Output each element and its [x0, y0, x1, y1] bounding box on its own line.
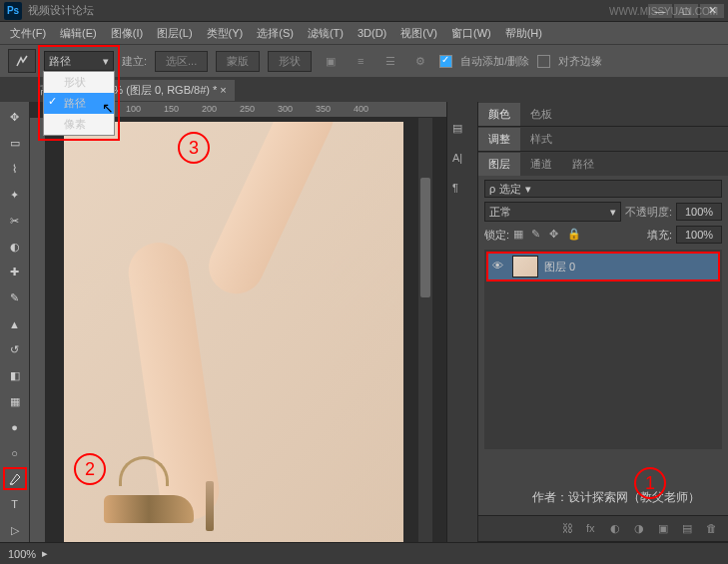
path-mode-dropdown-list: 形状 ✓路径 像素 ↖ [43, 71, 115, 136]
collapsed-panels: ▤ A| ¶ [446, 102, 478, 542]
menu-file[interactable]: 文件(F) [4, 24, 52, 43]
make-selection-button[interactable]: 选区... [155, 51, 208, 72]
link-layers-icon[interactable]: ⛓ [562, 522, 576, 536]
dropdown-item-path[interactable]: ✓路径 [44, 93, 114, 114]
group-icon[interactable]: ▣ [658, 522, 672, 536]
menu-window[interactable]: 窗口(W) [445, 24, 497, 43]
crop-tool[interactable]: ✂ [3, 209, 27, 233]
lock-all-icon[interactable]: 🔒 [567, 228, 581, 242]
annotation-1: 1 [634, 467, 666, 499]
para-icon[interactable]: ¶ [452, 182, 472, 198]
gradient-tool[interactable]: ▦ [3, 389, 27, 413]
delete-layer-icon[interactable]: 🗑 [706, 522, 720, 536]
blend-mode-select[interactable]: 正常▾ [484, 202, 621, 222]
status-bar: 100% ▸ [0, 542, 728, 564]
tab-channels[interactable]: 通道 [520, 153, 562, 176]
path-select-tool[interactable]: ▷ [3, 518, 27, 542]
menu-edit[interactable]: 编辑(E) [54, 24, 103, 43]
zoom-level[interactable]: 100% [8, 548, 36, 560]
blur-tool[interactable]: ● [3, 415, 27, 439]
menu-select[interactable]: 选择(S) [251, 24, 300, 43]
menu-view[interactable]: 视图(V) [394, 24, 443, 43]
path-mode-dropdown[interactable]: 路径 ▾ [44, 51, 114, 71]
make-shape-button[interactable]: 形状 [268, 51, 312, 72]
menu-layer[interactable]: 图层(L) [151, 24, 198, 43]
gear-icon[interactable]: ⚙ [409, 50, 431, 72]
scrollbar-vertical[interactable] [418, 118, 432, 542]
visibility-icon[interactable]: 👁 [492, 260, 506, 274]
layer-list: 👁 图层 0 [484, 250, 722, 449]
zoom-chevron-icon[interactable]: ▸ [42, 547, 48, 560]
lasso-tool[interactable]: ⌇ [3, 158, 27, 182]
path-ops-icon[interactable]: ▣ [320, 50, 342, 72]
dodge-tool[interactable]: ○ [3, 441, 27, 465]
pen-tool[interactable] [3, 467, 27, 491]
layer-filter-select[interactable]: ρ选定▾ [484, 180, 722, 198]
path-align-icon[interactable]: ≡ [350, 50, 371, 72]
fill-label: 填充: [647, 228, 672, 243]
establish-label: 建立: [122, 54, 147, 69]
layer-fx-icon[interactable]: fx [586, 522, 600, 536]
layers-footer: ⛓ fx ◐ ◑ ▣ ▤ 🗑 [478, 515, 728, 541]
brush-tool[interactable]: ✎ [3, 286, 27, 310]
chevron-down-icon: ▾ [103, 55, 109, 68]
right-panels: 颜色 色板 调整 样式 图层 通道 路径 ρ选定▾ 正常▾ 不透明 [478, 102, 728, 542]
tab-paths[interactable]: 路径 [562, 153, 604, 176]
lock-label: 锁定: [484, 228, 509, 243]
layer-mask-icon[interactable]: ◐ [610, 522, 624, 536]
lock-position-icon[interactable]: ✎ [531, 228, 545, 242]
menubar: 文件(F) 编辑(E) 图像(I) 图层(L) 类型(Y) 选择(S) 滤镜(T… [0, 22, 728, 44]
menu-type[interactable]: 类型(Y) [201, 24, 250, 43]
layer-name[interactable]: 图层 0 [544, 260, 575, 275]
document-canvas[interactable] [64, 122, 403, 542]
auto-add-checkbox[interactable] [439, 55, 452, 68]
app-icon: Ps [4, 2, 22, 20]
char-icon[interactable]: A| [452, 152, 472, 168]
new-layer-icon[interactable]: ▤ [682, 522, 696, 536]
menu-filter[interactable]: 滤镜(T) [302, 24, 350, 43]
layer-row[interactable]: 👁 图层 0 [486, 252, 720, 282]
history-brush-tool[interactable]: ↺ [3, 337, 27, 361]
ruler-vertical [30, 118, 46, 542]
opacity-label: 不透明度: [625, 205, 672, 220]
tab-styles[interactable]: 样式 [520, 128, 562, 151]
dropdown-item-pixels[interactable]: 像素 [44, 114, 114, 135]
menu-3d[interactable]: 3D(D) [352, 25, 392, 41]
tool-preset-picker[interactable] [8, 49, 36, 73]
tab-color[interactable]: 颜色 [478, 103, 520, 126]
options-bar: 路径 ▾ 形状 ✓路径 像素 ↖ 建立: 选区... 蒙版 形状 ▣ ≡ ☰ ⚙… [0, 44, 728, 78]
adjustment-layer-icon[interactable]: ◑ [634, 522, 648, 536]
toolbox: ✥ ▭ ⌇ ✦ ✂ ◐ ✚ ✎ ▲ ↺ ◧ ▦ ● ○ T ▷ [0, 102, 30, 542]
move-tool[interactable]: ✥ [3, 106, 27, 130]
dropdown-item-shape[interactable]: 形状 [44, 72, 114, 93]
app-title: 视频设计论坛 [28, 3, 646, 18]
lock-move-icon[interactable]: ✥ [549, 228, 563, 242]
marquee-tool[interactable]: ▭ [3, 132, 27, 156]
tab-layers[interactable]: 图层 [478, 153, 520, 176]
canvas-area: 0 50 100 150 200 250 300 350 400 3 2 [30, 102, 446, 542]
menu-image[interactable]: 图像(I) [105, 24, 149, 43]
eraser-tool[interactable]: ◧ [3, 363, 27, 387]
annotation-2: 2 [74, 453, 106, 485]
menu-help[interactable]: 帮助(H) [499, 24, 548, 43]
eyedropper-tool[interactable]: ◐ [3, 235, 27, 259]
type-tool[interactable]: T [3, 492, 27, 516]
author-text: 作者：设计探索网（教父老师） [532, 489, 700, 506]
spot-heal-tool[interactable]: ✚ [3, 261, 27, 284]
lock-pixels-icon[interactable]: ▦ [513, 228, 527, 242]
tab-swatches[interactable]: 色板 [520, 103, 562, 126]
opacity-input[interactable]: 100% [676, 203, 722, 221]
align-edges-checkbox[interactable] [537, 55, 550, 68]
path-mode-label: 路径 [49, 54, 71, 69]
make-mask-button[interactable]: 蒙版 [216, 51, 260, 72]
watermark: WWW.MISSYUAN.COM [609, 6, 718, 17]
magic-wand-tool[interactable]: ✦ [3, 183, 27, 207]
annotation-3: 3 [178, 132, 210, 164]
clone-stamp-tool[interactable]: ▲ [3, 312, 27, 336]
path-arrange-icon[interactable]: ☰ [379, 50, 401, 72]
auto-add-label: 自动添加/删除 [460, 54, 529, 69]
fill-input[interactable]: 100% [676, 226, 722, 244]
layer-thumbnail[interactable] [512, 256, 538, 278]
tab-adjust[interactable]: 调整 [478, 128, 520, 151]
history-icon[interactable]: ▤ [452, 122, 472, 138]
